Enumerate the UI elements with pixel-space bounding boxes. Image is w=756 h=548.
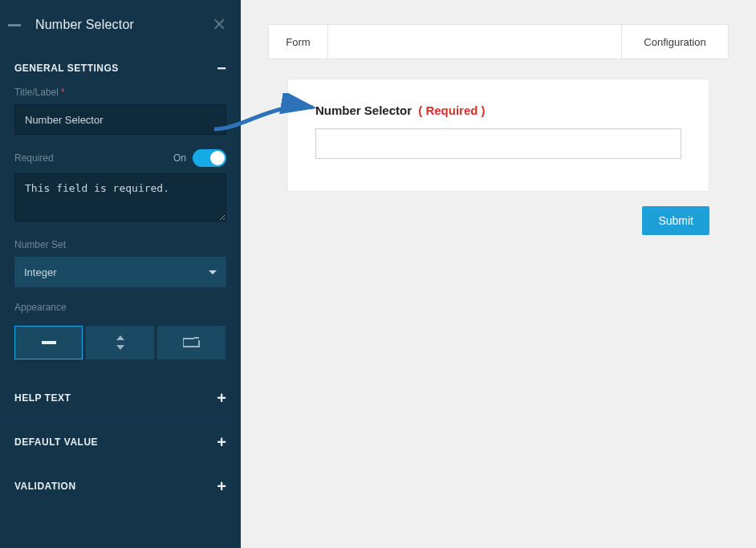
form-card: Number Selector ( Required ) [287, 79, 709, 192]
number-set-value: Integer [24, 266, 56, 278]
tab-spacer [328, 25, 622, 59]
title-label-text: Title/Label [14, 87, 59, 98]
form-field-label-row: Number Selector ( Required ) [315, 104, 681, 117]
appearance-label: Appearance [14, 302, 226, 313]
required-message-input[interactable] [14, 173, 226, 221]
required-label: Required [14, 152, 54, 164]
close-icon[interactable]: ✕ [212, 14, 226, 35]
number-selector-input[interactable] [315, 128, 681, 159]
appearance-option-plain[interactable] [14, 326, 83, 359]
appearance-option-box[interactable] [157, 326, 226, 359]
required-toggle[interactable] [193, 149, 226, 167]
svg-marker-2 [116, 345, 124, 350]
submit-button[interactable]: Submit [642, 206, 709, 235]
sidebar-header: Number Selector ✕ [0, 0, 241, 50]
title-input[interactable] [14, 104, 226, 135]
expand-icon: + [217, 481, 226, 491]
number-set-field: Number Set Integer [0, 239, 241, 302]
appearance-field: Appearance [0, 302, 241, 326]
svg-rect-5 [194, 337, 199, 339]
section-default-value[interactable]: DEFAULT VALUE + [0, 420, 241, 464]
sidebar-title: Number Selector [35, 18, 212, 32]
number-set-label: Number Set [14, 239, 226, 250]
box-icon [183, 337, 201, 348]
svg-marker-1 [116, 335, 124, 340]
number-set-select[interactable]: Integer [14, 257, 226, 287]
section-label: HELP TEXT [14, 392, 71, 404]
required-state-text: On [173, 152, 186, 164]
form-field-label: Number Selector [315, 104, 412, 117]
tab-bar: Form Configuration [268, 24, 729, 59]
main-panel: Form Configuration Number Selector ( Req… [241, 0, 756, 548]
title-label-field: Title/Label * [0, 87, 241, 149]
required-asterisk-icon: * [61, 87, 65, 98]
minus-icon [42, 341, 56, 344]
section-label: DEFAULT VALUE [14, 436, 98, 448]
form-field-required-badge: ( Required ) [418, 104, 485, 117]
stepper-icon [116, 335, 125, 350]
expand-icon: + [217, 437, 226, 447]
required-row: Required On [0, 149, 241, 173]
minimize-icon[interactable] [8, 24, 21, 26]
required-message-field [0, 173, 241, 239]
tab-configuration[interactable]: Configuration [622, 25, 728, 59]
tab-form[interactable]: Form [269, 25, 328, 59]
chevron-down-icon [209, 270, 217, 274]
section-label: VALIDATION [14, 481, 76, 492]
svg-rect-0 [42, 341, 56, 344]
submit-row: Submit [241, 206, 709, 235]
section-help-text[interactable]: HELP TEXT + [0, 375, 241, 420]
collapse-icon[interactable]: − [217, 63, 226, 73]
appearance-option-stepper[interactable] [86, 326, 154, 359]
section-validation[interactable]: VALIDATION + [0, 464, 241, 508]
section-label: GENERAL SETTINGS [14, 63, 119, 74]
settings-sidebar: Number Selector ✕ GENERAL SETTINGS − Tit… [0, 0, 241, 548]
section-general-settings[interactable]: GENERAL SETTINGS − [0, 50, 241, 87]
appearance-options [0, 326, 241, 375]
expand-icon: + [217, 393, 226, 403]
field-label: Title/Label * [14, 87, 226, 98]
